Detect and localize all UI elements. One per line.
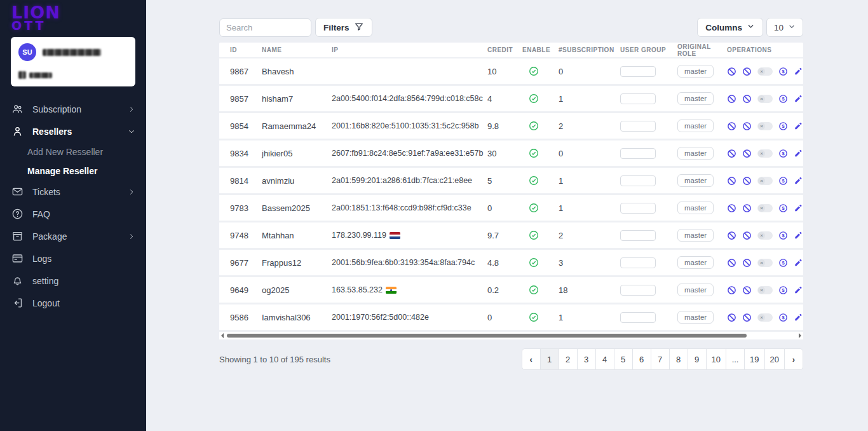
pagination-page-5[interactable]: 5 — [614, 348, 633, 370]
pagination-page-6[interactable]: 6 — [632, 348, 651, 370]
ban-icon[interactable] — [742, 313, 752, 322]
scroll-left-arrow-icon[interactable] — [221, 333, 224, 338]
edit-pencil-icon[interactable] — [794, 67, 803, 76]
sidebar-subitem-manage-reseller[interactable]: Manage Reseller — [0, 161, 146, 181]
ban-icon[interactable] — [742, 231, 752, 240]
edit-pencil-icon[interactable] — [794, 231, 803, 240]
user-group-input[interactable] — [620, 285, 656, 296]
sidebar-item-setting[interactable]: setting — [0, 270, 146, 292]
original-role-button[interactable]: master — [677, 65, 714, 78]
credit-dollar-icon[interactable]: $ — [778, 67, 788, 76]
status-toggle[interactable]: × — [757, 95, 773, 103]
status-toggle[interactable]: × — [757, 313, 773, 322]
status-toggle[interactable]: × — [757, 149, 773, 158]
sidebar-subitem-add-new-resseller[interactable]: Add New Resseller — [0, 142, 146, 161]
user-group-input[interactable] — [620, 66, 656, 77]
status-toggle[interactable]: × — [757, 204, 773, 212]
edit-pencil-icon[interactable] — [794, 94, 803, 103]
pagination-page-19[interactable]: 19 — [744, 348, 764, 370]
edit-pencil-icon[interactable] — [794, 121, 803, 130]
original-role-button[interactable]: master — [677, 174, 714, 187]
pagination-page-1[interactable]: 1 — [540, 348, 559, 370]
ban-icon[interactable] — [727, 176, 736, 186]
credit-dollar-icon[interactable]: $ — [778, 121, 788, 131]
user-group-input[interactable] — [620, 257, 656, 268]
ban-icon[interactable] — [742, 176, 752, 186]
pagination-page-8[interactable]: 8 — [669, 348, 688, 370]
ban-icon[interactable] — [727, 258, 736, 268]
pagination-page-20[interactable]: 20 — [764, 348, 785, 370]
pagination-prev-button[interactable]: ‹ — [522, 348, 541, 370]
ban-icon[interactable] — [742, 285, 752, 295]
status-toggle[interactable]: × — [757, 177, 773, 185]
original-role-button[interactable]: master — [677, 229, 714, 242]
ban-icon[interactable] — [727, 67, 736, 76]
ban-icon[interactable] — [727, 94, 736, 104]
user-group-input[interactable] — [620, 230, 656, 241]
user-group-input[interactable] — [620, 93, 656, 104]
original-role-button[interactable]: master — [677, 284, 714, 296]
ban-icon[interactable] — [727, 149, 736, 158]
credit-dollar-icon[interactable]: $ — [778, 258, 788, 268]
status-toggle[interactable]: × — [757, 122, 773, 130]
edit-pencil-icon[interactable] — [794, 176, 803, 185]
pagination-page-3[interactable]: 3 — [577, 348, 596, 370]
original-role-button[interactable]: master — [677, 202, 714, 214]
original-role-button[interactable]: master — [677, 92, 714, 105]
horizontal-scrollbar[interactable] — [219, 332, 803, 339]
scrollbar-track[interactable] — [226, 334, 797, 338]
ban-icon[interactable] — [742, 203, 752, 213]
pagination-ellipsis[interactable]: ... — [726, 348, 745, 370]
edit-pencil-icon[interactable] — [794, 203, 803, 212]
original-role-button[interactable]: master — [677, 147, 714, 160]
pagination-page-10[interactable]: 10 — [706, 348, 726, 370]
ban-icon[interactable] — [727, 231, 736, 240]
original-role-button[interactable]: master — [677, 256, 714, 269]
pagination-page-4[interactable]: 4 — [595, 348, 614, 370]
ban-icon[interactable] — [727, 203, 736, 213]
credit-dollar-icon[interactable]: $ — [778, 203, 788, 213]
credit-dollar-icon[interactable]: $ — [778, 176, 788, 186]
status-toggle[interactable]: × — [757, 286, 773, 294]
status-toggle[interactable]: × — [757, 231, 773, 240]
edit-pencil-icon[interactable] — [794, 149, 803, 158]
credit-dollar-icon[interactable]: $ — [778, 313, 788, 322]
search-input[interactable] — [219, 18, 311, 37]
pagination-page-9[interactable]: 9 — [688, 348, 707, 370]
sidebar-item-tickets[interactable]: Tickets — [0, 181, 146, 203]
sidebar-item-logs[interactable]: Logs — [0, 247, 146, 270]
user-group-input[interactable] — [620, 148, 656, 159]
ban-icon[interactable] — [742, 67, 752, 76]
sidebar-item-faq[interactable]: FAQ — [0, 203, 146, 225]
pagination-page-7[interactable]: 7 — [651, 348, 670, 370]
credit-dollar-icon[interactable]: $ — [778, 231, 788, 240]
ban-icon[interactable] — [742, 258, 752, 268]
original-role-button[interactable]: master — [677, 120, 714, 132]
columns-button[interactable]: Columns — [697, 18, 763, 37]
user-group-input[interactable] — [620, 312, 656, 323]
scroll-right-arrow-icon[interactable] — [799, 333, 801, 338]
sidebar-item-package[interactable]: Package — [0, 225, 146, 247]
edit-pencil-icon[interactable] — [794, 313, 803, 322]
ban-icon[interactable] — [742, 121, 752, 131]
credit-dollar-icon[interactable]: $ — [778, 94, 788, 104]
page-size-select[interactable]: 10 — [766, 18, 803, 37]
sidebar-item-resellers[interactable]: Resellers — [0, 120, 146, 142]
pagination-next-button[interactable]: › — [784, 348, 803, 370]
user-group-input[interactable] — [620, 175, 656, 186]
ban-icon[interactable] — [727, 285, 736, 295]
ban-icon[interactable] — [727, 121, 736, 131]
credit-dollar-icon[interactable]: $ — [778, 285, 788, 295]
user-group-input[interactable] — [620, 121, 656, 132]
original-role-button[interactable]: master — [677, 311, 714, 324]
sidebar-item-subscription[interactable]: Subscription — [0, 98, 146, 120]
edit-pencil-icon[interactable] — [794, 285, 803, 294]
ban-icon[interactable] — [727, 313, 736, 322]
ban-icon[interactable] — [742, 149, 752, 158]
edit-pencil-icon[interactable] — [794, 258, 803, 267]
status-toggle[interactable]: × — [757, 67, 773, 76]
user-group-input[interactable] — [620, 203, 656, 214]
ban-icon[interactable] — [742, 94, 752, 104]
credit-dollar-icon[interactable]: $ — [778, 149, 788, 158]
filters-button[interactable]: Filters — [315, 18, 372, 37]
